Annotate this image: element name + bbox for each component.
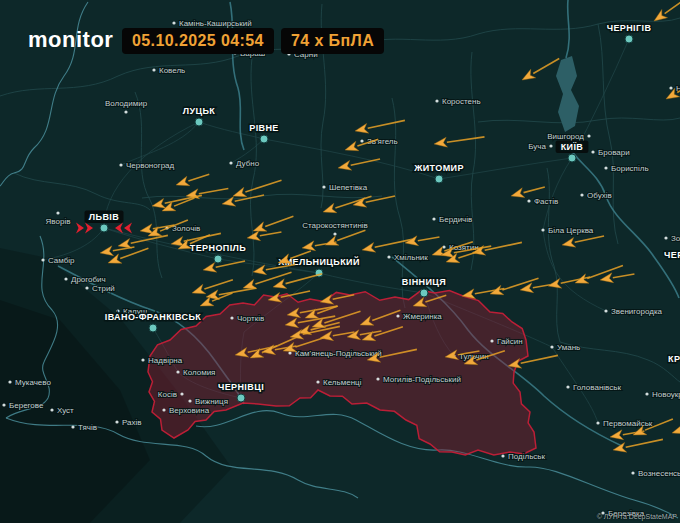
town-label: Вознесенськ (638, 469, 680, 478)
drone-icon (599, 269, 635, 285)
drone-trail (458, 251, 479, 258)
town-label: Рахів (122, 418, 142, 427)
town-label: Жмеринка (403, 312, 442, 321)
strike-chevron (85, 223, 93, 234)
drone-count-badge: 74 х БпЛА (281, 28, 384, 54)
town-marker: Хмільник (387, 253, 428, 262)
town-dot (50, 408, 53, 411)
town-marker: Біла Церква (541, 226, 593, 235)
city-dot (214, 255, 222, 263)
town-dot (387, 255, 390, 258)
drone-trail (447, 137, 485, 142)
city-label: ЧЕРКАСИ (664, 250, 680, 260)
drone-dart (252, 265, 267, 277)
drone-dart (337, 160, 352, 172)
town-label: Надвірна (148, 356, 183, 365)
drone-dart (190, 284, 205, 298)
town-dot (115, 420, 118, 423)
town-dot (396, 314, 399, 317)
town-label: Тячів (78, 423, 97, 432)
town-marker: Зв'ягель (360, 137, 397, 146)
town-dot (580, 193, 583, 196)
drone-dart (174, 176, 189, 190)
drone-dart (198, 296, 214, 310)
drone-trail (188, 174, 209, 181)
town-label: Яворів (46, 217, 71, 226)
town-label: Коростень (442, 97, 481, 106)
city-label: ТЕРНОПІЛЬ (190, 243, 246, 253)
drone-count-label: 74 х БпЛА (291, 32, 374, 50)
map-attribution: © ЛУН та DeepStateMAP (597, 513, 677, 520)
town-dot (288, 351, 291, 354)
city-label: КРОПИВНИЦЬКИЙ (668, 353, 680, 364)
road-line (543, 230, 606, 311)
drone-trail (113, 247, 135, 251)
app-logo: monitor (28, 27, 113, 53)
city-label: КИЇВ (561, 142, 584, 152)
city-dot (100, 224, 108, 232)
town-marker: Первомайськ (596, 419, 652, 428)
town-dot (141, 358, 144, 361)
town-marker: Вишгород (547, 132, 590, 141)
town-dot (527, 199, 530, 202)
drone-icon (433, 132, 485, 149)
town-dot (669, 86, 672, 89)
drone-trail (337, 230, 365, 240)
city-dot (260, 135, 268, 143)
city-dot (420, 289, 428, 297)
city-label: ІВАНО-ФРАНКІВСЬК (105, 312, 202, 322)
town-marker: Могилів-Подільський (376, 375, 460, 384)
town-label: Ковель (159, 66, 185, 75)
town-label: Кам'янець-Подільський (295, 349, 382, 358)
map-canvas[interactable]: Камінь-КаширськийКовельВарашСарниВолодим… (0, 0, 680, 523)
drone-trail (524, 187, 545, 193)
oblast-border-line (471, 52, 476, 270)
drone-dart (354, 123, 369, 135)
road-line (121, 122, 199, 165)
drone-dart (510, 188, 525, 201)
drone-trail (351, 159, 380, 165)
town-dot (56, 211, 59, 214)
drone-trail (199, 189, 229, 194)
drone-trail (613, 274, 635, 278)
town-dot (41, 258, 44, 261)
drone-trail (255, 272, 291, 284)
city-dot (435, 175, 443, 183)
town-label: Мукачево (15, 378, 51, 387)
town-dot (442, 245, 445, 248)
town-marker: Дрогобич (64, 275, 105, 284)
drone-icon (221, 190, 265, 209)
town-label: Дрогобич (71, 275, 106, 284)
town-marker: Фастів (527, 197, 558, 206)
town-marker: Володимир (105, 99, 148, 114)
town-dot (124, 110, 127, 113)
town-marker: Шепетівка (322, 183, 367, 192)
city-label: ЛЬВІВ (89, 212, 119, 222)
town-marker: Жмеринка (396, 312, 442, 321)
town-marker: Обухів (580, 191, 611, 200)
town-marker: Новоукраїнка (645, 390, 680, 399)
town-marker: Вижниця (188, 397, 228, 406)
town-dot (8, 380, 11, 383)
town-dot (596, 421, 599, 424)
town-dot (631, 471, 634, 474)
strike-chevron (124, 223, 132, 234)
town-label: Бердичів (439, 215, 472, 224)
city-label: РІВНЕ (249, 123, 279, 133)
drone-trail (418, 237, 440, 241)
drone-trail (575, 236, 604, 242)
town-dot (162, 408, 165, 411)
town-dot (360, 139, 363, 142)
town-dot (550, 345, 553, 348)
town-marker: Бердичів (432, 215, 472, 224)
drone-dart (272, 279, 287, 292)
city-marker: ЛУЦЬК (183, 106, 216, 126)
drone-icon (337, 154, 381, 173)
city-marker: ТЕРНОПІЛЬ (190, 243, 246, 263)
town-label: Фастів (534, 197, 558, 206)
drone-trail (368, 120, 405, 128)
city-label: ВІННИЦЯ (402, 277, 446, 287)
town-marker: Мукачево (8, 378, 51, 387)
town-marker: Камінь-Каширський (172, 19, 251, 28)
drone-dart (251, 222, 267, 236)
